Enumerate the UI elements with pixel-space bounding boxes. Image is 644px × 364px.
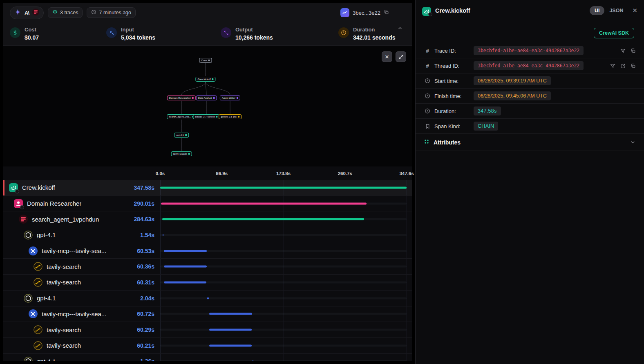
graph-node[interactable]: gpt-4.1 [174, 133, 189, 138]
start-time-value: 06/28/2025, 09:39:19 AM UTC [474, 76, 551, 85]
waterfall-row[interactable]: tavily-search 60.29s [3, 322, 412, 338]
timeline-tick: 0.0s [156, 171, 165, 176]
arrows-out-icon [221, 27, 231, 38]
waterfall-row[interactable]: Domain Researcher 290.01s [3, 196, 412, 212]
waterfall-row[interactable]: tavily-search 60.31s [3, 275, 412, 291]
waterfall-rows: Crew.kickoff 347.58s Domain Researcher 2… [3, 180, 412, 361]
tab-json[interactable]: JSON [607, 6, 626, 15]
layers-icon [52, 9, 58, 16]
waterfall-row[interactable]: tavily-search 60.21s [3, 338, 412, 354]
thread-id-value[interactable]: 3becbfed-a1be-ae84-ea3c-4942867a3e22 [474, 61, 584, 70]
openai-icon [24, 294, 33, 303]
span-label: tavily-search [47, 342, 81, 349]
tools-icon [29, 309, 38, 318]
timeline-tick: 173.8s [276, 171, 291, 176]
filter-icon[interactable] [620, 48, 626, 53]
crewai-icon [9, 183, 18, 192]
stat-input: Input 5,034 tokens [106, 27, 221, 41]
span-bar [209, 313, 252, 315]
span-duration: 60.72s [137, 311, 160, 317]
timeline-axis: 0.0s 86.9s 173.8s 260.7s 347.6s [3, 166, 412, 180]
copy-icon[interactable] [631, 48, 636, 53]
waterfall-row[interactable]: tavily-mcp---tavily-sea... 60.72s [3, 306, 412, 322]
finish-time-row: Finish time: 06/28/2025, 09:45:06 AM UTC [416, 89, 644, 104]
trace-age-badge: 7 minutes ago [87, 7, 136, 18]
span-track [160, 329, 407, 331]
filter-icon[interactable] [610, 63, 615, 69]
clock-icon [424, 93, 431, 99]
graph-node[interactable]: claude-3-7-sonnet [193, 114, 219, 119]
waterfall-row[interactable]: gpt-4.1 2.04s [3, 291, 412, 306]
trace-panel: A\ 3 traces 7 minutes ago 3bec...3e22 [3, 3, 412, 361]
finish-time-value: 06/28/2025, 09:45:06 AM UTC [474, 91, 551, 100]
span-label: gpt-4.1 [37, 295, 56, 302]
duration-value: 347.58s [474, 107, 501, 115]
route-icon [34, 341, 42, 350]
span-bar [163, 234, 164, 236]
span-duration: 60.29s [137, 326, 160, 333]
details-panel: Crew.kickoff UI JSON ✕ CrewAI SDK # Trac… [415, 0, 644, 364]
external-link-icon[interactable] [620, 63, 626, 69]
waterfall-row[interactable]: gpt-4.1 1.36s [3, 354, 412, 361]
tab-ui[interactable]: UI [590, 6, 605, 15]
waterfall-row[interactable]: tavily-search 60.36s [3, 259, 412, 275]
span-duration: 290.01s [134, 200, 160, 207]
tools-icon [29, 246, 38, 255]
attributes-section[interactable]: Attributes [416, 134, 644, 151]
graph-node[interactable]: Domain Researcher [167, 95, 196, 100]
graph-node[interactable]: search_agent_1vp... [167, 114, 196, 119]
close-icon[interactable]: ✕ [632, 7, 637, 14]
trace-id-row: # Trace ID: 3becbfed-a1be-ae84-ea3c-4942… [416, 43, 644, 58]
laminar-icon [19, 215, 28, 224]
attributes-icon [424, 139, 429, 146]
graph-node[interactable]: Agent Writer [220, 95, 240, 100]
stat-cost: Cost $0.07 [10, 27, 106, 41]
copy-icon[interactable] [384, 9, 389, 16]
graph-node[interactable]: Crew.kickoff [195, 77, 215, 82]
provider-logos: A\ [10, 7, 44, 19]
waterfall-row[interactable]: gpt-4.1 1.54s [3, 227, 412, 243]
span-label: tavily-search [47, 279, 81, 286]
waterfall-row[interactable]: tavily-mcp---tavily-sea... 60.53s [3, 243, 412, 259]
span-bar [162, 218, 364, 220]
clock-icon [91, 9, 96, 16]
graph-node[interactable]: gemini-2.5-pro [219, 114, 242, 119]
stat-output: Output 10,266 tokens [221, 27, 338, 41]
span-duration: 284.63s [134, 216, 160, 222]
anthropic-logo: A\ [25, 10, 29, 16]
graph-node[interactable]: tavily-search [171, 151, 192, 156]
span-label: search_agent_1vpchdun [32, 216, 99, 223]
span-bar [209, 344, 252, 346]
traces-count-badge[interactable]: 3 traces [48, 7, 83, 18]
trace-id-value[interactable]: 3becbfed-a1be-ae84-ea3c-4942867a3e22 [474, 46, 584, 55]
waterfall-row[interactable]: Crew.kickoff 347.58s [3, 180, 412, 196]
dollar-icon [10, 27, 20, 38]
sdk-badge: CrewAI SDK [594, 28, 634, 38]
span-duration: 1.36s [140, 358, 160, 361]
span-kind-value: CHAIN [474, 122, 498, 131]
span-duration: 60.21s [137, 342, 160, 349]
graph-expand-button[interactable] [396, 51, 406, 62]
span-track [160, 313, 407, 315]
span-label: Crew.kickoff [22, 184, 55, 191]
route-icon [34, 278, 42, 287]
route-icon [34, 325, 42, 334]
graph-close-button[interactable]: ✕ [382, 51, 392, 62]
chevron-down-icon[interactable] [630, 139, 636, 145]
span-label: tavily-search [47, 326, 81, 333]
waterfall-row[interactable]: search_agent_1vpchdun 284.63s [3, 211, 412, 227]
span-bar [207, 297, 209, 299]
span-duration: 60.53s [137, 248, 160, 254]
stat-duration: Duration 342.01 seconds [338, 27, 396, 41]
clock-icon [424, 78, 431, 84]
span-label: gpt-4.1 [37, 231, 56, 238]
agent-icon [14, 199, 23, 208]
span-track [160, 297, 407, 299]
graph-node[interactable]: Crew [199, 58, 212, 63]
copy-icon[interactable] [631, 63, 636, 69]
span-label: tavily-mcp---tavily-sea... [42, 311, 106, 317]
chart-icon[interactable] [340, 8, 349, 17]
graph-node[interactable]: Data Analyst [196, 95, 217, 100]
collapse-stats-chevron-icon[interactable] [397, 25, 403, 33]
span-track [160, 360, 407, 361]
